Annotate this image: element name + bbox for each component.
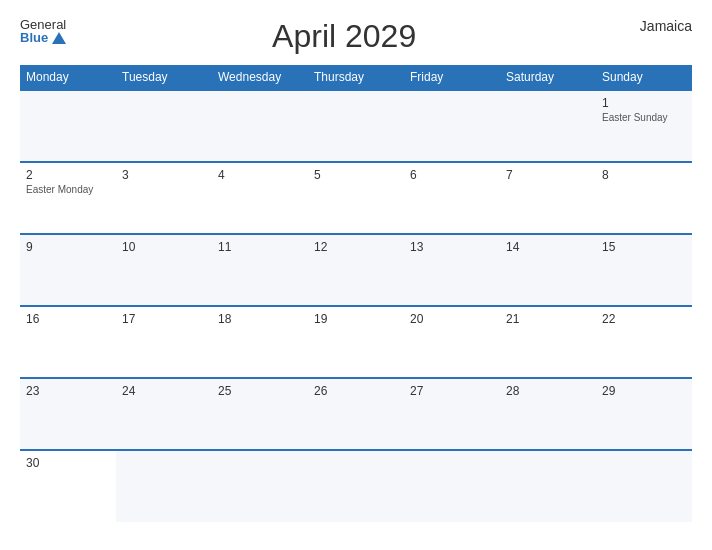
day-number: 6 <box>410 168 494 182</box>
calendar-cell: 22 <box>596 306 692 378</box>
day-number: 13 <box>410 240 494 254</box>
day-number: 4 <box>218 168 302 182</box>
day-number: 11 <box>218 240 302 254</box>
day-number: 15 <box>602 240 686 254</box>
day-number: 30 <box>26 456 110 470</box>
day-number: 14 <box>506 240 590 254</box>
calendar-week-row: 1Easter Sunday <box>20 90 692 162</box>
calendar-cell: 13 <box>404 234 500 306</box>
day-number: 29 <box>602 384 686 398</box>
day-number: 23 <box>26 384 110 398</box>
day-number: 24 <box>122 384 206 398</box>
calendar-cell <box>308 450 404 522</box>
calendar-cell: 30 <box>20 450 116 522</box>
calendar-cell: 20 <box>404 306 500 378</box>
calendar-cell: 6 <box>404 162 500 234</box>
calendar-cell: 7 <box>500 162 596 234</box>
calendar-title: April 2029 <box>66 18 622 55</box>
day-number: 12 <box>314 240 398 254</box>
day-number: 20 <box>410 312 494 326</box>
calendar-cell <box>500 90 596 162</box>
calendar-cell <box>116 90 212 162</box>
calendar-cell: 2Easter Monday <box>20 162 116 234</box>
calendar-cell: 25 <box>212 378 308 450</box>
day-number: 21 <box>506 312 590 326</box>
calendar-cell <box>404 90 500 162</box>
calendar-cell: 23 <box>20 378 116 450</box>
calendar-cell: 26 <box>308 378 404 450</box>
logo: General Blue <box>20 18 66 44</box>
calendar: General Blue April 2029 Jamaica MondayTu… <box>0 0 712 550</box>
day-number: 8 <box>602 168 686 182</box>
day-number: 7 <box>506 168 590 182</box>
weekday-header-sunday: Sunday <box>596 65 692 90</box>
calendar-header: General Blue April 2029 Jamaica <box>20 18 692 55</box>
calendar-cell: 24 <box>116 378 212 450</box>
calendar-week-row: 16171819202122 <box>20 306 692 378</box>
weekday-header-friday: Friday <box>404 65 500 90</box>
day-number: 22 <box>602 312 686 326</box>
calendar-cell <box>116 450 212 522</box>
calendar-week-row: 2Easter Monday345678 <box>20 162 692 234</box>
logo-triangle-icon <box>52 32 66 44</box>
calendar-week-row: 23242526272829 <box>20 378 692 450</box>
day-number: 5 <box>314 168 398 182</box>
calendar-cell: 21 <box>500 306 596 378</box>
day-number: 2 <box>26 168 110 182</box>
calendar-cell: 28 <box>500 378 596 450</box>
day-number: 25 <box>218 384 302 398</box>
calendar-cell <box>308 90 404 162</box>
day-number: 3 <box>122 168 206 182</box>
day-number: 16 <box>26 312 110 326</box>
calendar-cell: 14 <box>500 234 596 306</box>
day-number: 9 <box>26 240 110 254</box>
calendar-cell <box>212 90 308 162</box>
calendar-cell: 8 <box>596 162 692 234</box>
calendar-cell: 1Easter Sunday <box>596 90 692 162</box>
calendar-cell: 18 <box>212 306 308 378</box>
calendar-cell: 11 <box>212 234 308 306</box>
weekday-header-thursday: Thursday <box>308 65 404 90</box>
holiday-label: Easter Monday <box>26 184 110 195</box>
calendar-cell: 17 <box>116 306 212 378</box>
calendar-cell: 27 <box>404 378 500 450</box>
calendar-cell: 9 <box>20 234 116 306</box>
day-number: 10 <box>122 240 206 254</box>
calendar-cell: 19 <box>308 306 404 378</box>
calendar-week-row: 9101112131415 <box>20 234 692 306</box>
day-number: 28 <box>506 384 590 398</box>
calendar-cell: 16 <box>20 306 116 378</box>
weekday-header-row: MondayTuesdayWednesdayThursdayFridaySatu… <box>20 65 692 90</box>
calendar-cell <box>596 450 692 522</box>
logo-blue-text: Blue <box>20 31 66 44</box>
calendar-country: Jamaica <box>622 18 692 34</box>
calendar-cell <box>212 450 308 522</box>
calendar-cell <box>500 450 596 522</box>
calendar-cell: 29 <box>596 378 692 450</box>
day-number: 17 <box>122 312 206 326</box>
day-number: 19 <box>314 312 398 326</box>
calendar-cell: 3 <box>116 162 212 234</box>
day-number: 18 <box>218 312 302 326</box>
calendar-cell: 10 <box>116 234 212 306</box>
calendar-cell: 15 <box>596 234 692 306</box>
weekday-header-tuesday: Tuesday <box>116 65 212 90</box>
calendar-cell: 12 <box>308 234 404 306</box>
calendar-cell: 4 <box>212 162 308 234</box>
day-number: 1 <box>602 96 686 110</box>
weekday-header-monday: Monday <box>20 65 116 90</box>
weekday-header-wednesday: Wednesday <box>212 65 308 90</box>
calendar-cell: 5 <box>308 162 404 234</box>
calendar-week-row: 30 <box>20 450 692 522</box>
weekday-header-saturday: Saturday <box>500 65 596 90</box>
day-number: 27 <box>410 384 494 398</box>
holiday-label: Easter Sunday <box>602 112 686 123</box>
calendar-cell <box>404 450 500 522</box>
day-number: 26 <box>314 384 398 398</box>
calendar-cell <box>20 90 116 162</box>
calendar-grid: MondayTuesdayWednesdayThursdayFridaySatu… <box>20 65 692 522</box>
